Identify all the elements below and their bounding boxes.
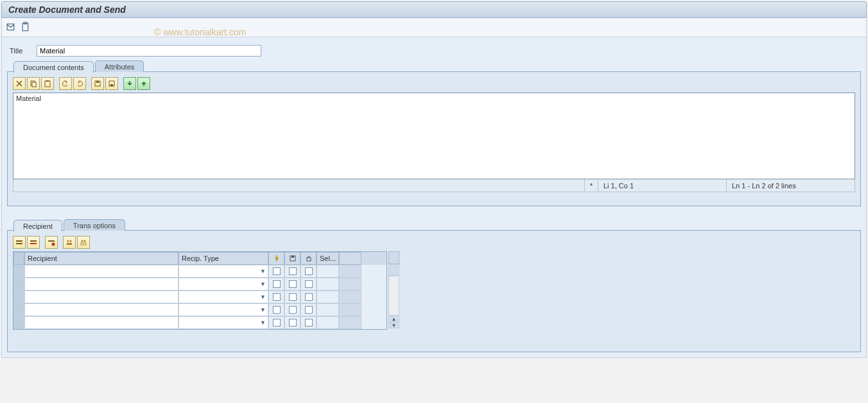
- load-local-icon[interactable]: [105, 77, 118, 90]
- lower-tabstrip: Recipient Trans options: [13, 219, 861, 231]
- blind-checkbox[interactable]: [300, 303, 317, 316]
- column-blind-copy[interactable]: [300, 252, 317, 265]
- tab-trans-options[interactable]: Trans options: [64, 219, 125, 231]
- express-checkbox[interactable]: [268, 265, 284, 278]
- save-icon[interactable]: [91, 77, 104, 90]
- delete-row-icon[interactable]: [27, 236, 40, 249]
- recipient-input[interactable]: [24, 303, 178, 316]
- svg-point-20: [82, 240, 83, 242]
- send-icon[interactable]: [6, 22, 17, 33]
- editor-toolbar: [13, 77, 855, 90]
- svg-rect-19: [67, 243, 72, 245]
- sel-cell[interactable]: [317, 316, 339, 329]
- chevron-down-icon[interactable]: ▼: [260, 268, 266, 274]
- paste-icon[interactable]: [41, 77, 54, 90]
- row-selector[interactable]: [13, 278, 24, 291]
- copy-checkbox[interactable]: [284, 316, 300, 329]
- column-copy[interactable]: [284, 252, 300, 265]
- document-contents-panel: Material * Li 1, Co 1 Ln 1 - Ln 2 of 2 l…: [7, 71, 861, 206]
- chevron-down-icon[interactable]: ▼: [260, 294, 266, 300]
- recipient-input[interactable]: [24, 291, 178, 303]
- svg-rect-12: [16, 243, 22, 244]
- recip-type-select[interactable]: ▼: [178, 278, 268, 291]
- titlebar: Create Document and Send: [1, 1, 867, 18]
- chevron-down-icon[interactable]: ▼: [260, 307, 266, 313]
- recip-type-select[interactable]: ▼: [178, 303, 268, 316]
- padding-cell: [339, 278, 361, 291]
- blind-checkbox[interactable]: [300, 291, 317, 303]
- column-padding: [339, 252, 361, 265]
- chevron-down-icon[interactable]: ▼: [260, 319, 266, 326]
- svg-rect-1: [22, 23, 28, 31]
- copy-recip-icon[interactable]: [45, 236, 58, 249]
- export-icon[interactable]: [137, 77, 150, 90]
- tab-recipient[interactable]: Recipient: [13, 220, 62, 231]
- svg-rect-15: [48, 240, 55, 242]
- import-icon[interactable]: [123, 77, 136, 90]
- blind-checkbox[interactable]: [300, 278, 317, 291]
- row-selector[interactable]: [13, 303, 24, 316]
- column-sel[interactable]: Sel...: [317, 252, 339, 265]
- svg-rect-5: [45, 81, 50, 87]
- recip-type-select[interactable]: ▼: [178, 265, 268, 278]
- window-title: Create Document and Send: [8, 4, 126, 15]
- recipient-panel: Recipient Recip. Type Sel... ▼: [7, 230, 861, 352]
- editor-box[interactable]: Material: [13, 93, 855, 179]
- tab-document-contents[interactable]: Document contents: [13, 61, 94, 73]
- blind-checkbox[interactable]: [300, 265, 317, 278]
- column-recipient[interactable]: Recipient: [24, 252, 178, 265]
- chevron-down-icon[interactable]: ▼: [260, 281, 266, 287]
- row-selector[interactable]: [13, 291, 24, 303]
- express-checkbox[interactable]: [268, 291, 284, 303]
- copy-checkbox[interactable]: [284, 303, 300, 316]
- sel-cell[interactable]: [317, 291, 339, 303]
- express-checkbox[interactable]: [268, 278, 284, 291]
- column-recip-type[interactable]: Recip. Type: [178, 252, 268, 265]
- cut-icon[interactable]: [13, 77, 26, 90]
- redo-icon[interactable]: [73, 77, 86, 90]
- row-selector[interactable]: [13, 265, 24, 278]
- recipient-input[interactable]: [24, 265, 178, 278]
- table-row: ▼: [13, 265, 386, 278]
- recipient-table: Recipient Recip. Type Sel... ▼: [13, 251, 387, 330]
- copy-checkbox[interactable]: [284, 291, 300, 303]
- svg-rect-8: [96, 81, 99, 83]
- svg-rect-10: [110, 84, 113, 86]
- main-panel: Title Document contents Attributes Mater…: [1, 37, 867, 358]
- address-book-icon[interactable]: [77, 236, 90, 249]
- table-row: ▼: [13, 291, 386, 303]
- padding-cell: [339, 316, 361, 329]
- table-row: ▼: [13, 303, 386, 316]
- attachment-icon[interactable]: [21, 22, 31, 33]
- copy-checkbox[interactable]: [284, 278, 300, 291]
- svg-point-21: [84, 240, 86, 242]
- sel-cell[interactable]: [317, 303, 339, 316]
- copy-checkbox[interactable]: [284, 265, 300, 278]
- blind-checkbox[interactable]: [300, 316, 317, 329]
- column-selector[interactable]: [13, 252, 24, 265]
- column-express[interactable]: [268, 252, 284, 265]
- editor-status-row: * Li 1, Co 1 Ln 1 - Ln 2 of 2 lines: [13, 179, 855, 192]
- title-input[interactable]: [37, 45, 261, 57]
- express-checkbox[interactable]: [268, 303, 284, 316]
- title-label: Title: [10, 47, 37, 55]
- row-selector[interactable]: [13, 316, 24, 329]
- recipient-input[interactable]: [24, 278, 178, 291]
- recip-type-select[interactable]: ▼: [178, 291, 268, 303]
- recipient-input[interactable]: [24, 316, 178, 329]
- svg-rect-6: [46, 80, 49, 82]
- svg-point-16: [52, 243, 55, 246]
- insert-row-icon[interactable]: [13, 236, 26, 249]
- table-scrollbar[interactable]: ▲ ▼: [388, 251, 399, 330]
- editor-content: Material: [13, 93, 855, 103]
- status-modified: *: [584, 179, 598, 192]
- dist-list-icon[interactable]: [63, 236, 76, 249]
- sel-cell[interactable]: [317, 265, 339, 278]
- undo-icon[interactable]: [59, 77, 72, 90]
- copy-icon[interactable]: [27, 77, 40, 90]
- tab-attributes[interactable]: Attributes: [95, 60, 144, 72]
- recipient-toolbar: [13, 236, 855, 249]
- sel-cell[interactable]: [317, 278, 339, 291]
- recip-type-select[interactable]: ▼: [178, 316, 268, 329]
- express-checkbox[interactable]: [268, 316, 284, 329]
